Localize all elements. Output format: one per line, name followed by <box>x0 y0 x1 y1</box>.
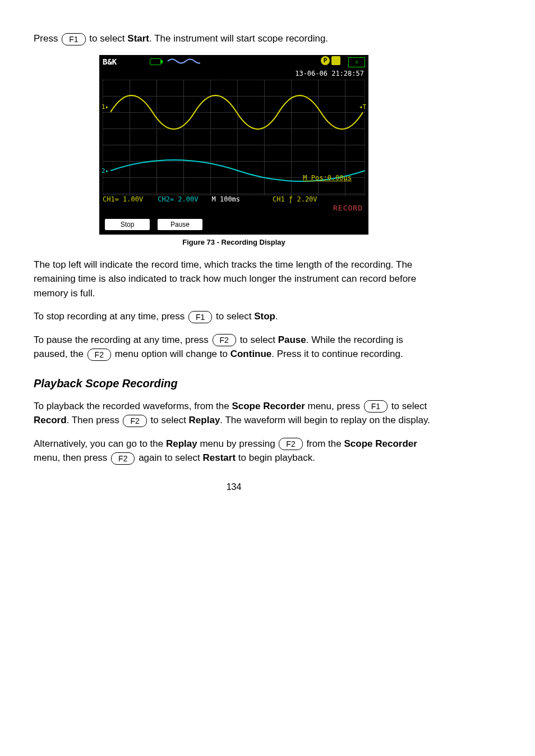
scope-info-row: CH1= 1.00V CH2= 2.00V M 100ms CH1 ƒ 2.20… <box>103 195 365 203</box>
intro-paragraph: Press F1 to select Start. The instrument… <box>34 31 434 46</box>
trigger-info: CH1 ƒ 2.20V <box>273 195 317 203</box>
ch2-marker-left: 2▸ <box>102 167 109 175</box>
f2-key-restart: F2 <box>111 452 135 465</box>
scope-brand: B&K <box>103 57 117 66</box>
f1-key-stop: F1 <box>188 311 212 323</box>
m-position: M Pos:0.00μs <box>303 174 352 182</box>
pause-softkey: Pause <box>158 219 202 230</box>
intro-bold: Start <box>127 33 149 44</box>
save-icon <box>331 56 340 65</box>
oscilloscope-screenshot: B&K P ⚡ 13-06-06 21:28:57 1▸ 2▸ ◂T M Pos… <box>99 55 368 235</box>
record-status: RECORD <box>333 204 363 212</box>
trigger-bolt-icon: ⚡ <box>348 57 365 67</box>
status-icons: P <box>321 56 340 65</box>
intro-suffix1: to select <box>87 33 128 44</box>
waveform-svg <box>110 79 365 146</box>
battery-icon <box>150 58 161 65</box>
playback-paragraph-1: To playback the recorded waveforms, from… <box>34 399 434 428</box>
f2-key-continue: F2 <box>87 349 111 361</box>
page-number: 134 <box>34 482 434 492</box>
stop-softkey: Stop <box>105 219 150 230</box>
f2-key-pause: F2 <box>213 334 236 346</box>
f2-key-replay: F2 <box>123 415 146 427</box>
intro-prefix: Press <box>34 33 61 44</box>
usb-waveform-icon <box>167 57 200 65</box>
p-icon: P <box>321 56 330 65</box>
record-time-paragraph: The top left will indicate the record ti… <box>34 258 434 301</box>
ch1-scale: CH1= 1.00V <box>103 195 143 203</box>
pause-paragraph: To pause the recording at any time, pres… <box>34 333 434 361</box>
f1-key-record: F1 <box>364 400 388 413</box>
f1-key: F1 <box>62 33 85 45</box>
ch1-marker-left: 1▸ <box>102 103 109 111</box>
playback-paragraph-2: Alternatively, you can go to the Replay … <box>34 437 434 465</box>
softkey-row: Stop Pause <box>105 219 202 230</box>
timebase: M 100ms <box>212 195 241 203</box>
scope-datetime: 13-06-06 21:28:57 <box>295 70 364 77</box>
playback-section-heading: Playback Scope Recording <box>34 377 434 390</box>
intro-suffix2: . The instrument will start scope record… <box>149 33 328 44</box>
ch2-scale: CH2= 2.00V <box>158 195 198 203</box>
stop-paragraph: To stop recording at any time, press F1 … <box>34 309 434 324</box>
figure-73: B&K P ⚡ 13-06-06 21:28:57 1▸ 2▸ ◂T M Pos… <box>34 55 434 246</box>
figure-caption: Figure 73 - Recording Display <box>182 238 285 246</box>
f2-key-replay-menu: F2 <box>279 438 302 450</box>
